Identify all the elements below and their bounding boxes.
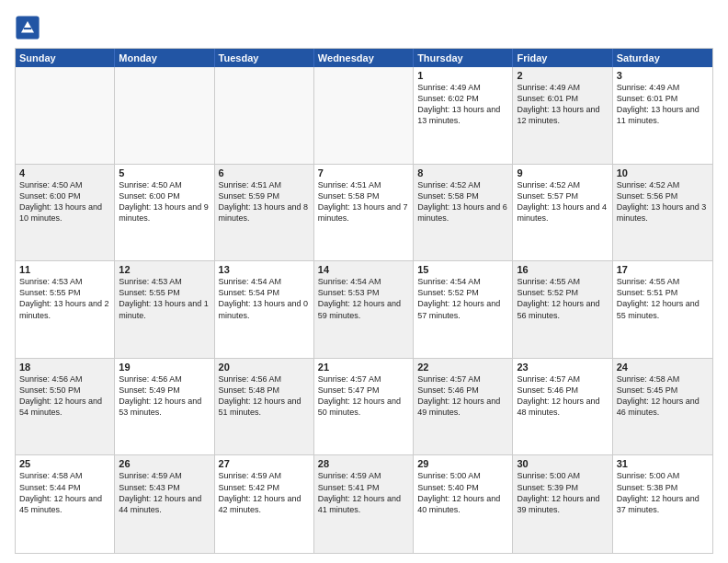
day-info: Sunrise: 4:52 AMSunset: 5:56 PMDaylight:… [617,179,709,224]
calendar-cell: 23Sunrise: 4:57 AMSunset: 5:46 PMDayligh… [513,359,612,455]
calendar-week: 11Sunrise: 4:53 AMSunset: 5:55 PMDayligh… [16,261,712,359]
weekday-header: Friday [513,49,612,67]
day-number: 12 [119,264,210,275]
calendar-cell: 31Sunrise: 5:00 AMSunset: 5:38 PMDayligh… [613,455,712,553]
calendar-cell: 10Sunrise: 4:52 AMSunset: 5:56 PMDayligh… [613,165,712,261]
day-number: 27 [219,458,310,469]
day-info: Sunrise: 4:51 AMSunset: 5:59 PMDaylight:… [219,179,310,224]
calendar-cell: 9Sunrise: 4:52 AMSunset: 5:57 PMDaylight… [513,165,612,261]
day-number: 7 [318,167,409,178]
weekday-header: Tuesday [215,49,314,67]
day-number: 10 [617,167,709,178]
calendar-cell: 12Sunrise: 4:53 AMSunset: 5:55 PMDayligh… [115,261,214,358]
calendar-week: 25Sunrise: 4:58 AMSunset: 5:44 PMDayligh… [16,455,712,553]
day-number: 19 [119,362,210,373]
day-info: Sunrise: 4:56 AMSunset: 5:50 PMDaylight:… [19,373,110,419]
logo-icon [15,15,40,40]
calendar-cell [16,67,115,164]
day-info: Sunrise: 4:59 AMSunset: 5:42 PMDaylight:… [219,470,310,515]
day-info: Sunrise: 5:00 AMSunset: 5:40 PMDaylight:… [417,470,508,515]
day-info: Sunrise: 5:00 AMSunset: 5:38 PMDaylight:… [617,470,709,515]
day-number: 8 [417,167,508,178]
day-info: Sunrise: 4:51 AMSunset: 5:58 PMDaylight:… [318,179,409,224]
day-number: 25 [19,458,110,469]
day-number: 6 [219,167,310,178]
day-number: 20 [219,362,310,373]
calendar-header: SundayMondayTuesdayWednesdayThursdayFrid… [16,49,712,67]
calendar-cell: 19Sunrise: 4:56 AMSunset: 5:49 PMDayligh… [115,359,214,455]
day-info: Sunrise: 4:53 AMSunset: 5:55 PMDaylight:… [19,276,110,321]
day-number: 14 [318,264,409,275]
logo [15,15,44,40]
page: SundayMondayTuesdayWednesdayThursdayFrid… [0,0,728,563]
calendar: SundayMondayTuesdayWednesdayThursdayFrid… [15,48,713,554]
day-number: 16 [517,264,608,275]
weekday-header: Saturday [613,49,712,67]
calendar-cell: 6Sunrise: 4:51 AMSunset: 5:59 PMDaylight… [215,165,314,261]
day-number: 29 [417,458,508,469]
day-info: Sunrise: 5:00 AMSunset: 5:39 PMDaylight:… [517,470,608,515]
day-info: Sunrise: 4:50 AMSunset: 6:00 PMDaylight:… [119,179,210,224]
calendar-cell: 3Sunrise: 4:49 AMSunset: 6:01 PMDaylight… [613,67,712,164]
day-number: 11 [19,264,110,275]
day-number: 2 [517,70,608,81]
calendar-cell: 14Sunrise: 4:54 AMSunset: 5:53 PMDayligh… [314,261,414,358]
calendar-cell: 4Sunrise: 4:50 AMSunset: 6:00 PMDaylight… [16,165,115,261]
day-info: Sunrise: 4:57 AMSunset: 5:46 PMDaylight:… [517,373,608,419]
calendar-cell: 27Sunrise: 4:59 AMSunset: 5:42 PMDayligh… [215,455,314,553]
day-info: Sunrise: 4:53 AMSunset: 5:55 PMDaylight:… [119,276,210,321]
calendar-cell: 13Sunrise: 4:54 AMSunset: 5:54 PMDayligh… [215,261,314,358]
day-number: 3 [617,70,709,81]
calendar-cell: 29Sunrise: 5:00 AMSunset: 5:40 PMDayligh… [414,455,513,553]
day-number: 28 [318,458,409,469]
weekday-header: Monday [115,49,214,67]
calendar-cell: 1Sunrise: 4:49 AMSunset: 6:02 PMDaylight… [414,67,513,164]
calendar-cell: 7Sunrise: 4:51 AMSunset: 5:58 PMDaylight… [314,165,414,261]
day-info: Sunrise: 4:49 AMSunset: 6:01 PMDaylight:… [517,82,608,127]
day-number: 15 [417,264,508,275]
day-info: Sunrise: 4:59 AMSunset: 5:43 PMDaylight:… [119,470,210,515]
day-number: 31 [617,458,709,469]
calendar-cell: 18Sunrise: 4:56 AMSunset: 5:50 PMDayligh… [16,359,115,455]
calendar-cell [115,67,214,164]
calendar-cell: 8Sunrise: 4:52 AMSunset: 5:58 PMDaylight… [414,165,513,261]
weekday-header: Wednesday [314,49,414,67]
day-number: 18 [19,362,110,373]
day-info: Sunrise: 4:54 AMSunset: 5:52 PMDaylight:… [417,276,508,321]
day-number: 24 [617,362,709,373]
weekday-header: Sunday [16,49,115,67]
day-number: 13 [219,264,310,275]
calendar-cell: 28Sunrise: 4:59 AMSunset: 5:41 PMDayligh… [314,455,414,553]
day-number: 1 [417,70,508,81]
day-number: 22 [417,362,508,373]
day-info: Sunrise: 4:55 AMSunset: 5:51 PMDaylight:… [617,276,709,321]
day-info: Sunrise: 4:54 AMSunset: 5:54 PMDaylight:… [219,276,310,321]
day-info: Sunrise: 4:56 AMSunset: 5:48 PMDaylight:… [219,373,310,419]
day-info: Sunrise: 4:52 AMSunset: 5:58 PMDaylight:… [417,179,508,224]
calendar-cell: 15Sunrise: 4:54 AMSunset: 5:52 PMDayligh… [414,261,513,358]
day-info: Sunrise: 4:58 AMSunset: 5:44 PMDaylight:… [19,470,110,515]
calendar-cell: 22Sunrise: 4:57 AMSunset: 5:46 PMDayligh… [414,359,513,455]
day-info: Sunrise: 4:55 AMSunset: 5:52 PMDaylight:… [517,276,608,321]
day-info: Sunrise: 4:57 AMSunset: 5:47 PMDaylight:… [318,373,409,419]
day-info: Sunrise: 4:58 AMSunset: 5:45 PMDaylight:… [617,373,709,419]
day-number: 23 [517,362,608,373]
day-info: Sunrise: 4:57 AMSunset: 5:46 PMDaylight:… [417,373,508,419]
svg-rect-2 [24,28,31,29]
calendar-cell: 24Sunrise: 4:58 AMSunset: 5:45 PMDayligh… [613,359,712,455]
calendar-week: 4Sunrise: 4:50 AMSunset: 6:00 PMDaylight… [16,165,712,262]
calendar-cell [314,67,414,164]
calendar-cell: 20Sunrise: 4:56 AMSunset: 5:48 PMDayligh… [215,359,314,455]
day-info: Sunrise: 4:56 AMSunset: 5:49 PMDaylight:… [119,373,210,419]
day-number: 5 [119,167,210,178]
day-number: 21 [318,362,409,373]
day-info: Sunrise: 4:59 AMSunset: 5:41 PMDaylight:… [318,470,409,515]
calendar-body: 1Sunrise: 4:49 AMSunset: 6:02 PMDaylight… [16,67,712,553]
calendar-week: 18Sunrise: 4:56 AMSunset: 5:50 PMDayligh… [16,359,712,456]
day-info: Sunrise: 4:50 AMSunset: 6:00 PMDaylight:… [19,179,110,224]
calendar-cell [215,67,314,164]
calendar-cell: 2Sunrise: 4:49 AMSunset: 6:01 PMDaylight… [513,67,612,164]
calendar-cell: 16Sunrise: 4:55 AMSunset: 5:52 PMDayligh… [513,261,612,358]
calendar-cell: 21Sunrise: 4:57 AMSunset: 5:47 PMDayligh… [314,359,414,455]
day-number: 4 [19,167,110,178]
